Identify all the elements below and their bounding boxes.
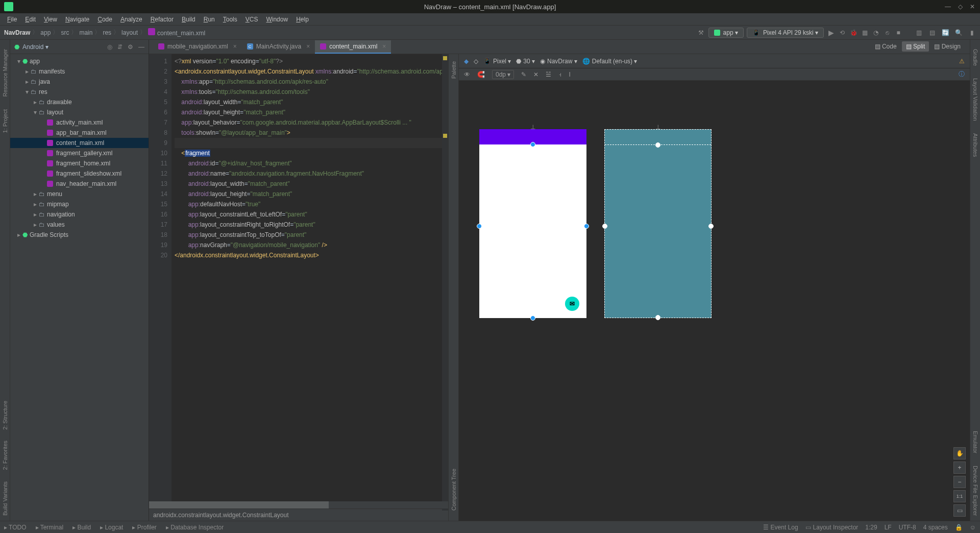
apply-changes-icon[interactable]: ⟲ [838,29,846,37]
locale-selector[interactable]: 🌐 Default (en-us) ▾ [582,58,638,65]
menu-analyze[interactable]: Analyze [117,15,145,24]
design-canvas[interactable]: ⊥ ⊥ ✉ [459,81,970,521]
align-icon[interactable]: ☱ [546,71,551,78]
statusbar-profiler[interactable]: ▸ Profiler [132,524,156,531]
editor-tab[interactable]: CMainActivity.java× [242,40,315,54]
tree-item[interactable]: ▸🗀values [10,220,149,230]
lock-icon[interactable]: 🔒 [955,524,963,531]
blueprint-preview[interactable] [604,129,712,318]
run-icon[interactable]: ▶ [827,29,835,37]
api-selector[interactable]: ⬣ 30 ▾ [516,58,535,65]
zoom-out-icon[interactable]: − [953,476,966,488]
avd-icon[interactable]: ▥ [915,29,923,37]
breadcrumb-item[interactable]: layout [121,29,138,36]
profiler-icon[interactable]: ◔ [872,29,880,37]
caret-position[interactable]: 1:29 [865,524,877,531]
build-variants-tab[interactable]: Build Variants [2,481,8,516]
warning-icon[interactable]: ⚠ [959,58,965,65]
tree-item[interactable]: ▸🗀mipmap [10,199,149,209]
collapse-icon[interactable]: ⇵ [117,43,122,51]
design-surface-icon[interactable]: ◆ [464,58,469,65]
tree-item[interactable]: ▸🗀menu [10,189,149,199]
tree-item[interactable]: fragment_slideshow.xml [10,168,149,179]
breadcrumb-item[interactable]: NavDraw [4,29,30,36]
tree-item[interactable]: ▸🗀java [10,77,149,87]
breadcrumb-item[interactable]: main [79,29,92,36]
structure-tab[interactable]: 2: Structure [2,401,8,430]
view-mode-code[interactable]: ▤ Code [871,41,901,52]
device-type-selector[interactable]: 📱 Pixel ▾ [483,58,511,65]
resource-manager-tab[interactable]: Resource Manager [2,49,8,97]
coverage-icon[interactable]: ▦ [861,29,869,37]
menu-view[interactable]: View [41,15,60,24]
minimize-icon[interactable]: — [945,3,951,10]
palette-tab[interactable]: Palette [451,61,457,79]
component-tree-tab[interactable]: Component Tree [451,469,457,511]
layout-validation-tab[interactable]: Layout Validation [972,78,978,121]
tree-item[interactable]: ▾🗀res [10,87,149,97]
gradle-tab[interactable]: Gradle [972,49,978,66]
breadcrumb-item[interactable]: res [103,29,111,36]
project-view-selector[interactable]: Android ▾ [22,43,48,51]
resize-handle[interactable] [477,224,482,229]
tree-item[interactable]: app_bar_main.xml [10,128,149,138]
tree-item[interactable]: activity_main.xml [10,117,149,128]
orientation-icon[interactable]: ◇ [474,58,478,65]
hammer-icon[interactable]: ⚒ [697,29,705,37]
device-file-explorer-tab[interactable]: Device File Explorer [972,466,978,516]
statusbar-terminal[interactable]: ▸ Terminal [36,524,63,531]
statusbar-todo[interactable]: ▸ TODO [4,524,27,531]
resize-handle[interactable] [655,315,660,320]
settings-icon[interactable]: ▮ [968,29,976,37]
menu-edit[interactable]: Edit [22,15,39,24]
pack-icon[interactable]: ⫞ [558,71,561,78]
line-separator[interactable]: LF [885,524,892,531]
resize-handle[interactable] [708,224,714,229]
statusbar-database-inspector[interactable]: ▸ Database Inspector [166,524,224,531]
tree-item[interactable]: fragment_gallery.xml [10,148,149,158]
horizontal-scrollbar[interactable] [149,501,448,508]
breadcrumb-item[interactable]: content_main.xml [148,28,205,37]
menu-code[interactable]: Code [94,15,115,24]
menu-tools[interactable]: Tools [220,15,240,24]
resize-handle[interactable] [655,142,660,148]
resize-handle[interactable] [602,224,607,229]
resize-handle[interactable] [530,316,535,321]
menu-help[interactable]: Help [293,15,312,24]
pan-icon[interactable]: ✋ [953,447,966,459]
menu-run[interactable]: Run [201,15,218,24]
sdk-icon[interactable]: ▤ [928,29,936,37]
breadcrumb[interactable]: NavDraw〉app〉src〉main〉res〉layout〉content_… [4,28,205,37]
menu-build[interactable]: Build [179,15,199,24]
close-tab-icon[interactable]: × [233,43,237,50]
resize-handle[interactable] [530,142,535,147]
stop-icon[interactable]: ■ [894,29,902,37]
tree-item[interactable]: content_main.xml [10,138,149,148]
layout-inspector-tab[interactable]: ▭ Layout Inspector [805,524,859,531]
breadcrumb-item[interactable]: src [61,29,69,36]
tree-item[interactable]: ▸🗀manifests [10,66,149,77]
device-selector[interactable]: 📱Pixel 4 API 29 kski ▾ [747,28,824,38]
target-icon[interactable]: ◎ [107,43,112,51]
magnet-icon[interactable]: 🧲 [477,71,485,78]
emulator-tab[interactable]: Emulator [972,431,978,453]
wand-icon[interactable]: ✎ [521,71,526,78]
breadcrumb-item[interactable]: app [40,29,51,36]
theme-selector[interactable]: ◉ NavDraw ▾ [540,58,577,65]
menu-vcs[interactable]: VCS [242,15,261,24]
statusbar-build[interactable]: ▸ Build [72,524,91,531]
menu-refactor[interactable]: Refactor [148,15,177,24]
tree-item[interactable]: ▸🗀navigation [10,209,149,220]
run-config-selector[interactable]: app ▾ [708,28,744,38]
hide-icon[interactable]: — [138,43,144,51]
default-margin[interactable]: 0dp ▾ [492,70,514,79]
sync-icon[interactable]: 🔄 [941,29,949,37]
editor-breadcrumb[interactable]: androidx.constraintlayout.widget.Constra… [149,508,448,521]
warning-marker[interactable] [443,56,447,60]
menu-file[interactable]: File [4,15,20,24]
search-icon[interactable]: 🔍 [954,29,963,37]
tree-item[interactable]: fragment_home.xml [10,158,149,168]
project-tab[interactable]: 1: Project [2,109,8,133]
favorites-tab[interactable]: 2: Favorites [2,441,8,470]
eye-icon[interactable]: 👁 [464,71,470,78]
